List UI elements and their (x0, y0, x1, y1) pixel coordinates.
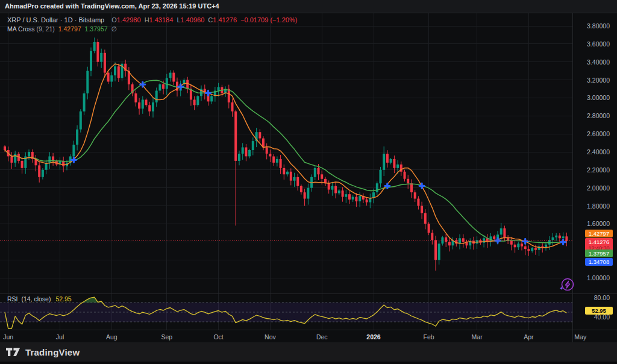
price-tick-label: 1.80000 (587, 202, 610, 210)
high-label: H (145, 16, 149, 24)
month-label: Jun (3, 333, 13, 340)
rsi-legend[interactable]: RSI (14, close) 52.95 (7, 295, 72, 303)
time-axis[interactable]: JunJulAugSepOctNovDec2026FebMarAprMay (0, 330, 617, 342)
rsi-value: 52.95 (55, 295, 71, 303)
price-tick-label: 1.60000 (587, 220, 610, 227)
price-tick-label: 3.00000 (587, 94, 610, 101)
ma-short-price-label: 1.42797 (585, 230, 613, 237)
ma-long-price-label: 1.37957 (585, 249, 613, 257)
attribution-bar: AhmadPro created with TradingView.com, A… (0, 0, 617, 13)
ma-long-value: 1.37957 (85, 25, 108, 33)
lightning-circle-icon (557, 277, 575, 293)
ma-cross-params: (9, 21) (36, 25, 54, 33)
low-value: 1.40960 (181, 16, 205, 24)
main-legend: XRP / U.S. Dollar · 1D · Bitstamp O1.429… (7, 16, 299, 33)
rsi-params: (14, close) (21, 295, 51, 303)
tradingview-logo-icon (6, 348, 20, 357)
price-tick-label: 3.40000 (587, 58, 610, 66)
footer-bar: TradingView (0, 342, 617, 364)
price-tick-label: 2.00000 (587, 184, 610, 192)
month-label: Oct (213, 333, 223, 340)
symbol-legend-row[interactable]: XRP / U.S. Dollar · 1D · Bitstamp O1.429… (7, 16, 299, 24)
ma-long-price-value: 1.37957 (589, 250, 609, 257)
crosses-null-value: ∅ (111, 25, 117, 33)
month-label: Apr (524, 333, 533, 340)
last-price-value: 1.41276 (585, 239, 613, 245)
rsi-tick-label: 80.00 (594, 294, 610, 301)
boost-button[interactable] (557, 277, 575, 293)
ma-cross-legend-row[interactable]: MA Cross (9, 21) 1.42797 1.37957 ∅ (7, 25, 299, 33)
month-label: Sep (161, 333, 172, 340)
crosses-price-value: 1.34708 (589, 259, 609, 265)
price-tick-label: 3.60000 (587, 40, 610, 48)
price-tick-label: 2.60000 (587, 130, 610, 137)
month-label: Nov (265, 333, 276, 340)
chart-canvas[interactable] (0, 0, 617, 364)
month-label: Mar (472, 333, 483, 340)
rsi-name: RSI (7, 295, 18, 303)
year-label: 2026 (366, 333, 380, 340)
open-value: 1.42980 (117, 16, 141, 24)
price-tick-label: 3.80000 (587, 22, 610, 30)
price-tick-label: 2.40000 (587, 148, 610, 155)
ma-short-value: 1.42797 (58, 25, 81, 33)
price-tick-label: 1.00000 (587, 274, 610, 281)
price-axis[interactable]: 3.800003.600003.400003.200003.000002.800… (572, 13, 617, 342)
price-tick-label: 2.20000 (587, 166, 610, 174)
ma-cross-name: MA Cross (7, 25, 35, 33)
attribution-text: AhmadPro created with TradingView.com, A… (5, 2, 219, 10)
change-value: −0.01709 (−1.20%) (240, 16, 297, 24)
month-label: May (574, 333, 586, 340)
crosses-price-label: 1.34708 (585, 258, 613, 266)
open-label: O (111, 16, 117, 24)
high-value: 1.43184 (149, 16, 174, 24)
month-label: Jul (56, 333, 64, 340)
month-label: Aug (106, 333, 117, 340)
month-label: Feb (424, 333, 434, 340)
month-label: Dec (316, 333, 328, 340)
brand-text: TradingView (25, 347, 80, 357)
symbol-title: XRP / U.S. Dollar · 1D · Bitstamp (7, 16, 104, 24)
low-label: L (177, 16, 180, 24)
rsi-value-label: 52.95 (585, 307, 613, 315)
rsi-value-text: 52.95 (592, 307, 606, 314)
price-tick-label: 2.80000 (587, 112, 610, 119)
close-value: 1.41276 (213, 16, 237, 24)
price-tick-label: 3.20000 (587, 77, 610, 84)
ma-short-price-value: 1.42797 (589, 230, 609, 237)
